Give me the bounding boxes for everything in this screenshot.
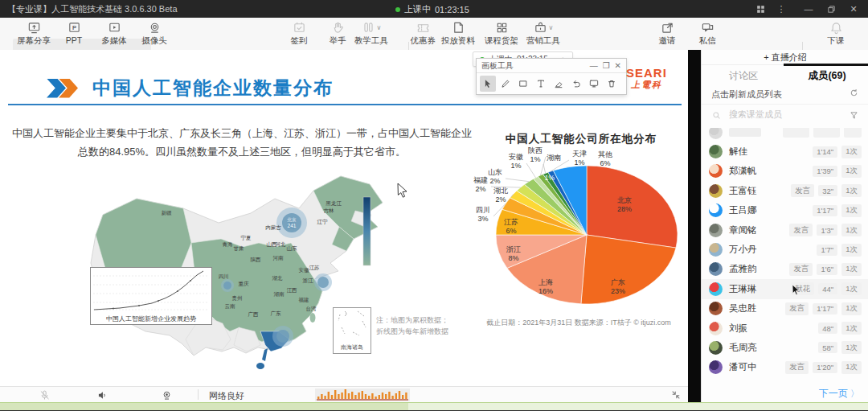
time-badge[interactable]: 1'3" bbox=[817, 224, 837, 236]
screen-share-icon bbox=[27, 20, 41, 35]
webcam-icon[interactable] bbox=[159, 388, 174, 401]
tab-discussion[interactable]: 讨论区 bbox=[702, 67, 785, 84]
count-badge[interactable]: 1次 bbox=[841, 165, 862, 178]
toolbar-button-private-message[interactable]: 私信 bbox=[685, 20, 730, 47]
time-badge[interactable]: 1'7" bbox=[817, 245, 837, 256]
toolbar-button-course-shelf[interactable]: 课程货架 bbox=[479, 20, 524, 47]
member-row[interactable] bbox=[702, 128, 868, 142]
count-badge[interactable]: 1次 bbox=[841, 146, 862, 158]
filter-funnel-icon[interactable] bbox=[849, 110, 859, 121]
minimize-button[interactable]: — bbox=[799, 0, 818, 18]
class-status: 上课中 01:23:15 bbox=[395, 3, 469, 15]
badge bbox=[783, 128, 809, 138]
time-badge[interactable]: 1'6" bbox=[817, 264, 837, 275]
live-dot-icon bbox=[395, 7, 400, 12]
count-badge[interactable]: 1次 bbox=[841, 204, 862, 217]
avatar bbox=[709, 128, 723, 139]
count-badge[interactable]: 1次 bbox=[841, 302, 862, 315]
time-badge[interactable]: 1'20" bbox=[813, 362, 837, 373]
tab-members[interactable]: 成员(69) bbox=[785, 67, 868, 84]
toolbar-button-screen-share[interactable]: 屏幕分享 bbox=[11, 20, 56, 47]
count-badge[interactable]: 1次 bbox=[841, 224, 862, 236]
palette-minimize-icon[interactable]: — bbox=[590, 61, 598, 70]
toolbar-button-teaching-tools[interactable]: ∨教学工具 bbox=[349, 20, 394, 47]
member-row-王富钰[interactable]: 王富钰发言32"1次 bbox=[702, 181, 868, 200]
province-label-宁夏: 宁夏 bbox=[241, 235, 252, 241]
member-row-万小丹[interactable]: 万小丹1'7"1次 bbox=[702, 240, 868, 259]
action-badge[interactable]: 发言 bbox=[789, 224, 813, 236]
member-name: 章闻铭 bbox=[729, 224, 757, 236]
toolbar-button-multimedia[interactable]: 多媒体 bbox=[92, 20, 137, 47]
select-arrow-icon[interactable] bbox=[480, 76, 496, 92]
next-page-button[interactable]: 下一页 〉 bbox=[819, 387, 859, 401]
time-badge[interactable]: 48" bbox=[818, 323, 837, 334]
undo-icon[interactable] bbox=[568, 76, 584, 92]
toolbar-button-materials[interactable]: 投放资料 bbox=[436, 20, 481, 47]
collapse-icon[interactable] bbox=[669, 388, 683, 401]
close-button[interactable]: ✕ bbox=[844, 0, 863, 18]
mic-muted-icon[interactable] bbox=[37, 388, 51, 401]
member-row-刘振[interactable]: 刘振48"1次 bbox=[702, 319, 868, 338]
member-row-章闻铭[interactable]: 章闻铭发言1'3"1次 bbox=[702, 220, 868, 240]
member-row-吴忠胜[interactable]: 吴忠胜发言1'17"1次 bbox=[702, 299, 868, 319]
eraser-icon[interactable] bbox=[551, 76, 567, 92]
member-name: 潘可中 bbox=[729, 361, 757, 373]
speaker-icon[interactable] bbox=[95, 388, 109, 401]
member-row-王琳琳[interactable]: 王琳琳献花44"1次 bbox=[702, 279, 868, 298]
avatar bbox=[709, 203, 723, 217]
count-badge[interactable]: 1次 bbox=[841, 341, 862, 354]
board-icon[interactable] bbox=[586, 76, 602, 92]
count-badge[interactable]: 1次 bbox=[841, 322, 862, 335]
member-row-王吕娜[interactable]: 王吕娜1'17"1次 bbox=[702, 201, 868, 220]
member-row-毛周亮[interactable]: 毛周亮58"1次 bbox=[702, 338, 868, 357]
time-badge[interactable]: 1'17" bbox=[813, 205, 837, 216]
time-badge[interactable]: 58" bbox=[818, 342, 837, 353]
multimedia-icon bbox=[108, 20, 121, 35]
province-label-广东: 广东 bbox=[271, 310, 282, 316]
pen-icon[interactable] bbox=[497, 76, 514, 92]
restore-button[interactable] bbox=[821, 0, 841, 18]
member-list: 解佳1'14"1次郑潇帆1'39"1次王富钰发言32"1次王吕娜1'17"1次章… bbox=[702, 128, 868, 382]
svg-text:P: P bbox=[72, 24, 76, 31]
member-row-孟雅韵[interactable]: 孟雅韵发言1'6"1次 bbox=[702, 260, 868, 279]
action-badge[interactable]: 发言 bbox=[785, 302, 809, 315]
count-badge[interactable]: 1次 bbox=[841, 244, 862, 257]
toolbar-button-end-class[interactable]: 下课 bbox=[813, 20, 858, 47]
action-badge[interactable]: 发言 bbox=[791, 184, 814, 197]
member-name: 孟雅韵 bbox=[729, 263, 757, 275]
action-badge[interactable]: 发言 bbox=[789, 263, 813, 276]
more-menu-icon[interactable]: ⋮ bbox=[772, 0, 791, 18]
refresh-members-row[interactable]: 点击刷新成员列表 bbox=[702, 85, 868, 105]
toolbar-button-camera[interactable]: 摄像头 bbox=[132, 20, 177, 47]
search-input[interactable] bbox=[727, 109, 835, 120]
time-badge[interactable]: 44" bbox=[818, 283, 837, 294]
time-badge[interactable]: 32" bbox=[818, 185, 837, 196]
coupon-icon bbox=[416, 20, 430, 35]
trash-icon[interactable] bbox=[604, 76, 620, 92]
province-label-甘肃: 甘肃 bbox=[234, 245, 245, 251]
time-badge[interactable]: 1'39" bbox=[813, 166, 837, 177]
count-badge[interactable]: 1次 bbox=[841, 184, 862, 197]
time-badge[interactable]: 1'14" bbox=[813, 146, 837, 158]
member-row-解佳[interactable]: 解佳1'14"1次 bbox=[702, 142, 868, 161]
palette-close-icon[interactable]: ✕ bbox=[615, 61, 621, 70]
member-row-潘可中[interactable]: 潘可中发言1'20"1次 bbox=[702, 358, 868, 377]
action-badge[interactable]: 发言 bbox=[785, 361, 809, 374]
toolbar-button-marketing-tools[interactable]: ∨营销工具 bbox=[521, 20, 566, 47]
avatar bbox=[709, 243, 723, 257]
toolbar-button-ppt[interactable]: PPPT bbox=[51, 20, 96, 45]
avatar bbox=[709, 184, 723, 198]
count-badge[interactable]: 1次 bbox=[841, 361, 862, 374]
toolbar-button-invite[interactable]: 邀请 bbox=[645, 20, 690, 47]
letterbox-strip bbox=[688, 50, 701, 402]
mouse-cursor bbox=[397, 183, 410, 198]
rect-icon[interactable] bbox=[515, 76, 531, 92]
member-row-郑潇帆[interactable]: 郑潇帆1'39"1次 bbox=[702, 162, 868, 181]
count-badge[interactable]: 1次 bbox=[841, 263, 862, 276]
apps-grid-icon[interactable] bbox=[751, 0, 770, 18]
time-badge[interactable]: 1'17" bbox=[813, 303, 837, 314]
count-badge[interactable]: 1次 bbox=[841, 282, 862, 295]
text-icon[interactable] bbox=[533, 76, 549, 92]
refresh-icon[interactable] bbox=[849, 88, 859, 98]
palette-maximize-icon[interactable]: ❐ bbox=[603, 61, 610, 70]
